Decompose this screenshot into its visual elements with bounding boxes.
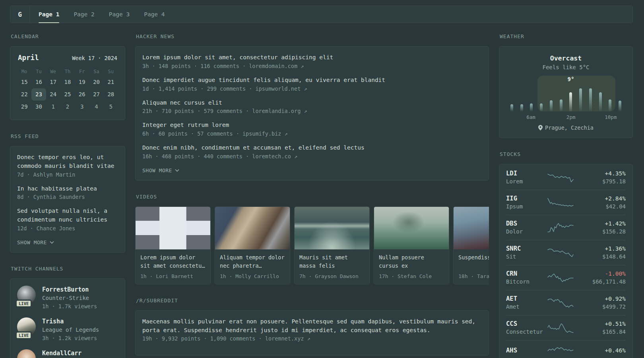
twitch-channel-info: KendallCarr <box>42 349 81 358</box>
video-card[interactable]: Nullam posuere cursus ex 17h · Stefan Co… <box>374 206 449 284</box>
video-title[interactable]: Lorem ipsum dolor sit amet consectetu… <box>140 253 206 270</box>
stock-sparkline <box>547 222 574 233</box>
reddit-widget: Maecenas mollis pulvinar erat non posuer… <box>135 310 489 356</box>
rss-item[interactable]: Donec tempor eros leo, ut commodo mauris… <box>17 153 118 178</box>
weather-widget: Overcast Feels like 5°C 9° <box>499 46 633 138</box>
hn-show-more-button[interactable]: SHOW MORE <box>142 167 482 173</box>
stock-row[interactable]: AET Amet +0.92% $499.72 <box>506 290 626 315</box>
video-card-body: Suspendisse diam 18h · Tara <box>454 249 489 284</box>
left-column: CALENDAR April Week 17 · 2024 Mo Tu We T… <box>10 33 125 358</box>
video-card[interactable]: Lorem ipsum dolor sit amet consectetu… 1… <box>135 206 211 284</box>
video-thumbnail[interactable] <box>295 207 369 249</box>
twitch-channel-game: League of Legends <box>42 326 99 334</box>
video-thumbnail[interactable] <box>136 207 210 249</box>
stocks-section-label: STOCKS <box>500 151 633 157</box>
stock-row[interactable]: CRN Bitcorn -1.00% $66,171.48 <box>506 265 626 290</box>
stock-sparkline <box>547 247 574 258</box>
rss-item-meta: 7d · Ashlyn Martin <box>17 171 118 178</box>
hn-item-meta[interactable]: 3h · 148 points · 116 comments · loremdo… <box>142 63 482 69</box>
video-meta: 18h · Tara <box>458 273 489 279</box>
calendar-day: 2 <box>60 101 75 113</box>
hn-item-title[interactable]: Aliquam nec cursus elit <box>142 99 482 107</box>
video-title[interactable]: Aliquam tempor dolor nec pharetra… <box>220 253 285 270</box>
video-thumbnail[interactable] <box>215 207 290 249</box>
video-title[interactable]: Nullam posuere cursus ex <box>379 253 444 270</box>
rss-item-title[interactable]: Donec tempor eros leo, ut commodo mauris… <box>17 153 118 171</box>
hn-item-title[interactable]: Integer eget rutrum lorem <box>142 121 482 130</box>
reddit-item-title[interactable]: Maecenas mollis pulvinar erat non posuer… <box>142 317 482 335</box>
avatar: LIVE <box>17 286 36 304</box>
stock-change: -1.00% <box>574 270 626 278</box>
reddit-item[interactable]: Maecenas mollis pulvinar erat non posuer… <box>142 317 482 342</box>
rss-item-title[interactable]: Sed volutpat nulla nisl, a condimentum n… <box>17 207 118 224</box>
stock-sparkline <box>547 345 574 356</box>
twitch-channel-row[interactable]: LIVE ForrestBurton Counter-Strike 1h · 1… <box>17 286 118 310</box>
rss-item[interactable]: In hac habitasse platea 8d · Cynthia Sau… <box>17 185 118 200</box>
hn-item-meta[interactable]: 6h · 60 points · 57 comments · ipsumify.… <box>142 130 482 137</box>
twitch-channel-name[interactable]: Trisha <box>42 317 99 326</box>
hn-item-title[interactable]: Donec imperdiet augue tincidunt felis al… <box>142 76 482 85</box>
tab-page-2[interactable]: Page 2 <box>74 6 94 23</box>
hour-label: 6am <box>526 114 535 120</box>
hn-item[interactable]: Donec imperdiet augue tincidunt felis al… <box>142 76 482 92</box>
video-card-body: Aliquam tempor dolor nec pharetra… 1h · … <box>215 249 290 284</box>
calendar-day: 21 <box>104 76 118 88</box>
twitch-channel-name[interactable]: ForrestBurton <box>42 286 97 294</box>
stock-sparkline <box>547 197 574 208</box>
stock-symbol: AHS <box>506 346 547 354</box>
video-meta: 7h · Grayson Dawson <box>299 273 365 279</box>
video-card[interactable]: Aliquam tempor dolor nec pharetra… 1h · … <box>215 206 290 284</box>
video-meta: 17h · Stefan Cole <box>379 273 444 279</box>
tab-page-3[interactable]: Page 3 <box>109 6 130 23</box>
hn-item[interactable]: Donec enim nibh, condimentum et accumsan… <box>142 144 482 160</box>
weather-bar <box>510 104 513 111</box>
stock-name: Ipsum <box>506 202 547 210</box>
twitch-channel-row[interactable]: KendallCarr <box>17 349 118 358</box>
calendar-day: 30 <box>31 101 46 113</box>
video-card[interactable]: Mauris sit amet massa felis 7h · Grayson… <box>294 206 370 284</box>
stock-row[interactable]: IIG Ipsum +2.84% $42.04 <box>506 190 626 215</box>
stock-values: -1.00% $66,171.48 <box>574 270 626 286</box>
hour-label: 10pm <box>605 114 617 120</box>
calendar-day: 27 <box>89 88 103 101</box>
hn-item[interactable]: Aliquam nec cursus elit 21h · 710 points… <box>142 99 482 115</box>
hackernews-section-label: HACKER NEWS <box>136 33 489 39</box>
hn-item-meta[interactable]: 21h · 710 points · 579 comments · loreml… <box>142 108 482 114</box>
rss-item[interactable]: Sed volutpat nulla nisl, a condimentum n… <box>17 207 118 232</box>
hn-item[interactable]: Lorem ipsum dolor sit amet, consectetur … <box>142 53 482 69</box>
logo[interactable]: G <box>10 6 30 23</box>
calendar-day: 19 <box>75 76 89 88</box>
hn-item-meta[interactable]: 1d · 1,414 points · 299 comments · ipsum… <box>142 86 482 92</box>
weather-bar <box>589 88 592 111</box>
tab-page-4[interactable]: Page 4 <box>144 6 165 23</box>
hn-item-meta[interactable]: 16h · 468 points · 440 comments · loremt… <box>142 153 482 160</box>
twitch-channel-meta: 3h · 1.2k viewers <box>42 334 99 342</box>
weather-bar-current <box>569 92 572 111</box>
calendar-day: 15 <box>17 76 31 88</box>
video-card[interactable]: Suspendisse diam 18h · Tara <box>453 206 489 284</box>
weekday-label: Fr <box>75 66 89 76</box>
avatar <box>17 349 36 358</box>
stock-row[interactable]: CCS Consectetur +0.51% $165.84 <box>506 315 626 340</box>
reddit-item-meta[interactable]: 19h · 9,932 points · 1,090 comments · lo… <box>142 335 482 342</box>
video-title[interactable]: Suspendisse diam <box>458 253 489 270</box>
map-pin-icon <box>538 125 543 130</box>
rss-item-title[interactable]: In hac habitasse platea <box>17 185 118 193</box>
video-thumbnail[interactable] <box>454 207 489 249</box>
stock-row[interactable]: LDI Lorem +4.35% $795.18 <box>506 165 626 190</box>
stock-row[interactable]: SNRC Sit +1.36% $148.64 <box>506 240 626 265</box>
stock-row[interactable]: AHS +0.46% <box>506 340 626 358</box>
stock-row[interactable]: DBS Dolor +1.42% $156.28 <box>506 215 626 240</box>
hn-item-title[interactable]: Lorem ipsum dolor sit amet, consectetur … <box>142 53 482 62</box>
twitch-channel-row[interactable]: LIVE Trisha League of Legends 3h · 1.2k … <box>17 317 118 342</box>
rss-show-more-button[interactable]: SHOW MORE <box>17 239 118 245</box>
stock-sparkline <box>547 297 574 308</box>
weather-feels-like: Feels like 5°C <box>506 64 626 70</box>
hn-item[interactable]: Integer eget rutrum lorem 6h · 60 points… <box>142 121 482 137</box>
hn-item-title[interactable]: Donec enim nibh, condimentum et accumsan… <box>142 144 482 152</box>
tab-page-1[interactable]: Page 1 <box>39 6 59 23</box>
twitch-section-label: TWITCH CHANNELS <box>11 266 125 272</box>
twitch-channel-name[interactable]: KendallCarr <box>42 349 81 358</box>
video-title[interactable]: Mauris sit amet massa felis <box>299 253 365 270</box>
video-thumbnail[interactable] <box>374 207 449 249</box>
